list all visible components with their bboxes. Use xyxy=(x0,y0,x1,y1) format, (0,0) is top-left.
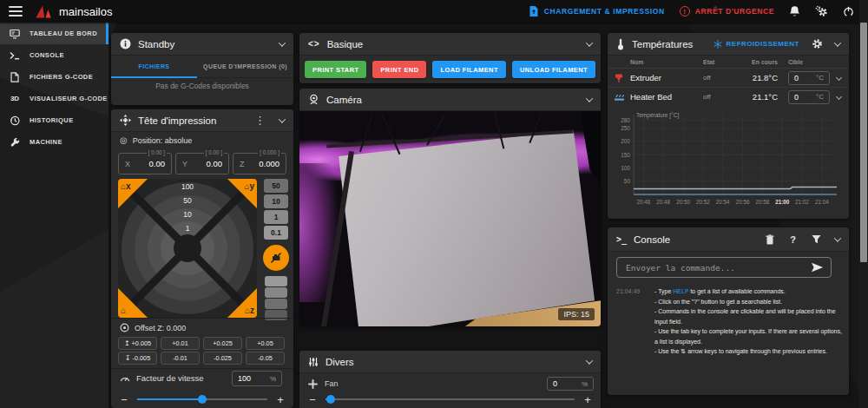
sidebar-item-gcode-viewer[interactable]: 3DVISUALISEUR G-CODE xyxy=(0,88,108,109)
fan-increase-button[interactable]: + xyxy=(582,394,594,405)
heater-name: Extruder xyxy=(630,73,703,82)
z-jog-segment[interactable] xyxy=(265,287,287,298)
wrench-icon xyxy=(8,137,22,148)
hamburger-menu-icon[interactable] xyxy=(9,6,23,16)
axis-x-input[interactable]: X0.00[ 0.00 ] xyxy=(118,153,172,174)
console-command-input[interactable] xyxy=(624,262,811,273)
axis-y-input[interactable]: Y0.00[ 0.00 ] xyxy=(175,153,229,174)
offset-down-button[interactable]: -0.01 xyxy=(161,352,200,365)
fan-input[interactable]: 0 % xyxy=(547,377,594,391)
z-distance-button[interactable]: 0.1 xyxy=(264,226,288,240)
preset-dropdown-icon[interactable] xyxy=(836,75,842,81)
offset-button-label: -0.025 xyxy=(214,354,232,362)
z-distance-button[interactable]: 10 xyxy=(264,194,288,208)
col-target: Cible xyxy=(788,59,803,65)
sidebar-item-dashboard[interactable]: TABLEAU DE BORD xyxy=(0,23,108,44)
help-icon[interactable]: ? xyxy=(790,234,796,245)
speed-slider-thumb[interactable] xyxy=(198,395,207,404)
settings-gears-icon[interactable] xyxy=(815,5,828,17)
offset-up-button[interactable]: ↥+0.005 xyxy=(118,337,157,350)
gear-icon[interactable] xyxy=(812,38,823,49)
collapse-chevron-icon[interactable] xyxy=(586,357,593,364)
offset-up-button[interactable]: +0.01 xyxy=(161,337,200,350)
offset-button-label: -0.05 xyxy=(258,354,273,362)
fan-decrease-button[interactable]: − xyxy=(306,394,319,405)
svg-text:20:54: 20:54 xyxy=(716,199,730,205)
motors-off-button[interactable] xyxy=(263,245,289,271)
offset-down-button[interactable]: -0.025 xyxy=(203,352,242,365)
sidebar-item-label: VISUALISEUR G-CODE xyxy=(30,95,108,102)
camera-panel: Caméra IPS: 15 xyxy=(299,89,601,326)
heater-row-extruder: Extruderoff21.8°C0°C xyxy=(608,68,849,87)
preset-dropdown-icon[interactable] xyxy=(836,94,842,100)
svg-text:100: 100 xyxy=(621,165,630,171)
filter-funnel-icon[interactable] xyxy=(812,234,821,244)
menu-dots-icon[interactable]: ⋮ xyxy=(254,115,266,126)
code-icon: <> xyxy=(308,40,320,49)
notifications-bell-icon[interactable] xyxy=(789,5,800,17)
z-jog-segment[interactable] xyxy=(265,276,287,286)
info-icon xyxy=(120,38,131,49)
console-timestamp: 21:04:49 xyxy=(616,286,654,357)
heater-target-input[interactable]: 0°C xyxy=(788,71,830,85)
send-icon[interactable] xyxy=(811,262,824,273)
macro-button-load-filament[interactable]: LOAD FILAMENT xyxy=(432,61,505,78)
collapse-chevron-icon[interactable] xyxy=(834,234,841,241)
svg-text:20:58: 20:58 xyxy=(756,199,770,205)
collapse-chevron-icon[interactable] xyxy=(279,39,286,46)
z-jog-segment[interactable] xyxy=(265,299,287,309)
power-icon[interactable] xyxy=(843,6,854,17)
fan-slider[interactable] xyxy=(326,398,575,400)
emergency-stop-button[interactable]: ! ARRÊT D'URGENCE xyxy=(680,6,774,16)
axis-z-input[interactable]: Z0.000[ 0.000 ] xyxy=(233,153,286,174)
sidebar-item-label: HISTORIQUE xyxy=(30,116,74,124)
z-distance-button[interactable]: 1 xyxy=(264,210,288,224)
z-distance-button[interactable]: 50 xyxy=(264,179,288,193)
z-jog-segment[interactable] xyxy=(265,310,287,320)
speed-decrease-button[interactable]: − xyxy=(118,394,130,405)
offset-up-button[interactable]: +0.025 xyxy=(203,337,242,350)
move-cross-icon xyxy=(120,115,131,126)
col-name: Nom xyxy=(630,59,703,65)
sliders-icon xyxy=(308,357,319,367)
collapse-chevron-icon[interactable] xyxy=(586,39,593,46)
home-icon: ⌂z xyxy=(245,306,254,315)
xy-jog-pad[interactable]: 10050101 ⌂x ⌂y ⌂ ⌂z xyxy=(118,179,257,318)
cooldown-button[interactable]: REFROIDISSEMENT xyxy=(713,40,799,49)
svg-text:20:48: 20:48 xyxy=(656,199,670,205)
speed-factor-input[interactable]: 100 % xyxy=(232,371,282,386)
sidebar-item-machine[interactable]: MACHINE xyxy=(0,131,108,153)
offset-up-button[interactable]: +0.05 xyxy=(246,337,285,350)
macro-button-unload-filament[interactable]: UNLOAD FILAMENT xyxy=(512,61,595,78)
speed-increase-button[interactable]: + xyxy=(274,394,286,405)
fan-slider-thumb[interactable] xyxy=(326,395,335,404)
heater-target-unit: °C xyxy=(816,93,824,101)
macro-button-print-start[interactable]: PRINT START xyxy=(305,61,366,78)
collapse-chevron-icon[interactable] xyxy=(834,39,841,46)
heater-target-input[interactable]: 0°C xyxy=(788,90,830,104)
fan-value: 0 xyxy=(553,379,557,388)
axis-letter: Z xyxy=(240,160,245,168)
sidebar-item-label: CONSOLE xyxy=(30,51,64,59)
scrollbar-thumb[interactable] xyxy=(860,23,867,262)
sidebar-item-gcode-files[interactable]: FICHIERS G-CODE xyxy=(0,66,108,88)
macro-button-print-end[interactable]: PRINT END xyxy=(372,61,426,78)
heater-target-unit: °C xyxy=(816,74,824,82)
console-command-link[interactable]: HELP xyxy=(673,288,688,294)
sidebar-item-console[interactable]: CONSOLE xyxy=(0,44,108,66)
position-mode-label: Position: absolue xyxy=(133,136,193,145)
trash-icon[interactable] xyxy=(766,234,774,245)
offset-down-button[interactable]: -0.05 xyxy=(246,352,285,365)
snowflake-icon xyxy=(713,40,722,49)
speed-slider[interactable] xyxy=(137,398,267,400)
collapse-chevron-icon[interactable] xyxy=(279,115,286,122)
upload-print-button[interactable]: CHARGEMENT & IMPRESSION xyxy=(529,5,665,17)
alert-icon: ! xyxy=(680,6,690,16)
offset-down-button[interactable]: ↧-0.005 xyxy=(118,352,157,365)
sidebar-item-history[interactable]: HISTORIQUE xyxy=(0,109,108,131)
collapse-chevron-icon[interactable] xyxy=(586,95,593,102)
tab-print-queue[interactable]: QUEUE D'IMPRESSION (0) xyxy=(197,56,293,77)
tab-files[interactable]: FICHIERS xyxy=(111,56,197,77)
console-line: - Use the tab key to complete your input… xyxy=(654,326,842,346)
status-panel: Standby FICHIERS QUEUE D'IMPRESSION (0) … xyxy=(111,33,293,105)
